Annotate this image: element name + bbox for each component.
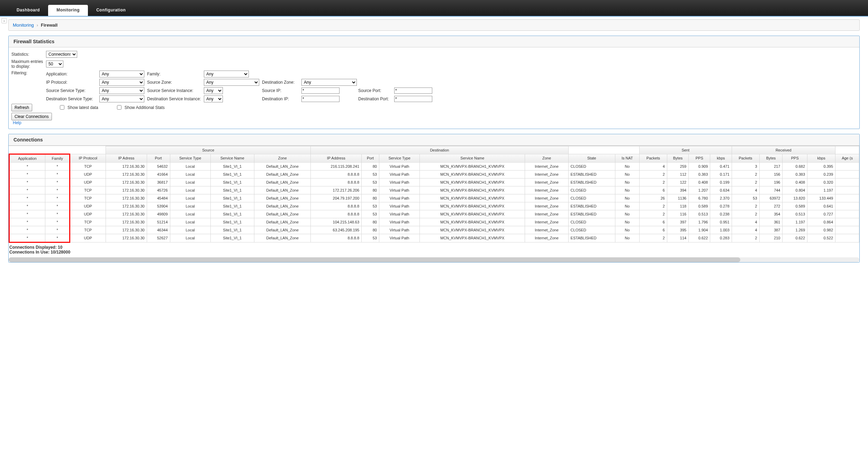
cell: 0.589 (689, 202, 710, 210)
cell: Site1_VI_1 (210, 210, 254, 218)
cell: Internet_Zone (525, 194, 568, 202)
cell: 0.383 (689, 170, 710, 178)
cell: 0.383 (783, 170, 807, 178)
col-dst-port[interactable]: Port (362, 154, 379, 162)
cell: Default_LAN_Zone (254, 162, 311, 170)
cell: 1.197 (807, 186, 835, 194)
col-src-port[interactable]: Port (147, 154, 170, 162)
source-port-input[interactable] (394, 88, 432, 94)
cell: 53 (362, 170, 379, 178)
cell: * (9, 178, 45, 186)
col-sent-packets[interactable]: Packets (639, 154, 667, 162)
connections-table-wrap[interactable]: Source Destination Sent Received Applica… (9, 146, 859, 243)
source-ip-input[interactable] (301, 88, 340, 94)
tab-configuration[interactable]: Configuration (88, 5, 134, 16)
cell: * (45, 210, 70, 218)
group-received: Received (732, 146, 835, 154)
help-link[interactable]: Help (11, 120, 21, 125)
dest-service-instance-select[interactable]: Any (204, 95, 223, 102)
col-sent-pps[interactable]: PPS (689, 154, 710, 162)
cell: 394 (667, 186, 688, 194)
cell: 8.8.8.8 (311, 210, 362, 218)
cell (835, 218, 859, 226)
clear-connections-button[interactable]: Clear Connections (11, 113, 52, 120)
col-src-service-type[interactable]: Service Type (170, 154, 210, 162)
col-dst-ip[interactable]: IP Address (311, 154, 362, 162)
cell: 2 (732, 178, 759, 186)
show-additional-label: Show Additional Stats (125, 105, 165, 110)
cell: 53 (732, 194, 759, 202)
cell: Local (170, 210, 210, 218)
source-service-type-select[interactable]: Any (99, 87, 144, 94)
show-latest-checkbox[interactable] (60, 105, 64, 110)
table-row: **UDP172.16.30.3036817LocalSite1_VI_1Def… (9, 178, 859, 186)
cell: Internet_Zone (525, 178, 568, 186)
source-zone-select[interactable]: Any (204, 79, 259, 86)
col-recv-kbps[interactable]: kbps (807, 154, 835, 162)
col-recv-packets[interactable]: Packets (732, 154, 759, 162)
cell: 8.8.8.8 (311, 178, 362, 186)
cell: Local (170, 234, 210, 242)
col-ip-protocol[interactable]: IP Protocol (70, 154, 106, 162)
cell: MCN_KVMVPX-BRANCH1_KVMVPX (420, 194, 525, 202)
dest-port-input[interactable] (394, 96, 432, 102)
scrollbar-thumb[interactable] (9, 257, 740, 262)
source-service-instance-select[interactable]: Any (204, 87, 223, 94)
col-dst-service-type[interactable]: Service Type (379, 154, 419, 162)
cell: 172.16.30.30 (106, 170, 147, 178)
dest-zone-select[interactable]: Any (301, 79, 357, 86)
col-src-ip[interactable]: IP Adress (106, 154, 147, 162)
cell: UDP (70, 234, 106, 242)
statistics-select[interactable]: Connections (46, 51, 77, 58)
cell (835, 162, 859, 170)
cell: UDP (70, 210, 106, 218)
cell: 2 (639, 202, 667, 210)
col-recv-pps[interactable]: PPS (783, 154, 807, 162)
cell: Site1_VI_1 (210, 186, 254, 194)
sidebar-toggle-icon[interactable]: › (1, 18, 7, 24)
tab-monitoring[interactable]: Monitoring (48, 5, 88, 16)
col-application[interactable]: Application (9, 154, 45, 162)
group-destination: Destination (311, 146, 568, 154)
cell: 0.727 (807, 210, 835, 218)
cell: 118 (667, 202, 688, 210)
col-age[interactable]: Age (s (835, 154, 859, 162)
cell: 0.951 (710, 218, 732, 226)
cell: * (45, 194, 70, 202)
col-sent-kbps[interactable]: kbps (710, 154, 732, 162)
table-row: **UDP172.16.30.3041664LocalSite1_VI_1Def… (9, 170, 859, 178)
col-sent-bytes[interactable]: Bytes (667, 154, 688, 162)
cell: UDP (70, 170, 106, 178)
source-ip-label: Source IP: (262, 88, 300, 93)
tab-dashboard[interactable]: Dashboard (8, 5, 48, 16)
cell (835, 226, 859, 234)
col-recv-bytes[interactable]: Bytes (759, 154, 783, 162)
cell: * (45, 178, 70, 186)
cell: 0.634 (710, 186, 732, 194)
group-source: Source (106, 146, 311, 154)
show-additional-checkbox[interactable] (117, 105, 121, 110)
breadcrumb-root[interactable]: Monitoring (13, 22, 34, 28)
col-family[interactable]: Family (45, 154, 70, 162)
cell: TCP (70, 162, 106, 170)
family-select[interactable]: Any (204, 71, 249, 77)
horizontal-scrollbar[interactable] (9, 257, 859, 262)
col-src-zone[interactable]: Zone (254, 154, 311, 162)
dest-zone-label: Destination Zone: (262, 80, 300, 85)
col-src-service-name[interactable]: Service Name (210, 154, 254, 162)
col-dst-service-name[interactable]: Service Name (420, 154, 525, 162)
table-row: **UDP172.16.30.3053904LocalSite1_VI_1Def… (9, 202, 859, 210)
cell: Site1_VI_1 (210, 194, 254, 202)
max-entries-select[interactable]: 50 (46, 61, 63, 67)
ip-protocol-select[interactable]: Any (99, 79, 144, 86)
cell: Local (170, 170, 210, 178)
cell: 172.16.30.30 (106, 210, 147, 218)
col-is-nat[interactable]: Is NAT (615, 154, 639, 162)
dest-service-type-select[interactable]: Any (99, 95, 144, 102)
application-select[interactable]: Any (99, 71, 144, 77)
col-state[interactable]: State (568, 154, 615, 162)
cell: 361 (759, 218, 783, 226)
refresh-button[interactable]: Refresh (11, 104, 32, 111)
col-dst-zone[interactable]: Zone (525, 154, 568, 162)
dest-ip-input[interactable] (301, 96, 340, 102)
